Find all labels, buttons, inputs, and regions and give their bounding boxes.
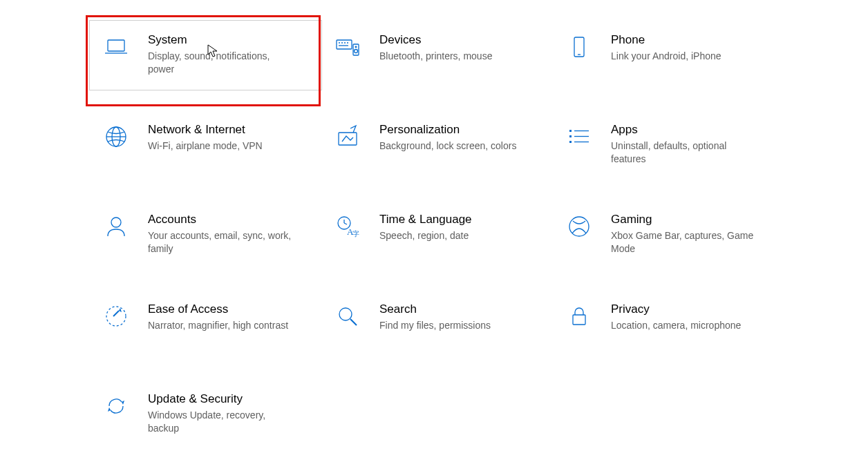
svg-rect-34: [573, 315, 585, 325]
tile-title: Privacy: [611, 302, 756, 316]
svg-rect-11: [574, 37, 584, 57]
tile-phone[interactable]: Phone Link your Android, iPhone: [553, 21, 784, 90]
tile-title: Devices: [379, 33, 525, 47]
tile-title: Update & Security: [148, 392, 293, 406]
phone-icon: [565, 33, 593, 61]
tile-desc: Find my files, permissions: [379, 319, 525, 332]
tile-title: Search: [379, 302, 525, 316]
svg-line-26: [344, 223, 347, 224]
person-icon: [102, 213, 130, 240]
lock-icon: [565, 302, 593, 330]
svg-point-32: [339, 308, 352, 320]
tile-title: Network & Internet: [148, 123, 293, 137]
tile-accounts[interactable]: Accounts Your accounts, email, sync, wor…: [90, 200, 321, 269]
tile-update-security[interactable]: Update & Security Windows Update, recove…: [90, 380, 321, 449]
tile-desc: Location, camera, microphone: [611, 319, 756, 332]
svg-line-33: [350, 319, 357, 325]
svg-rect-21: [569, 141, 572, 143]
tile-desc: Bluetooth, printers, mouse: [379, 50, 525, 63]
paint-icon: [334, 123, 361, 151]
tile-desc: Narrator, magnifier, high contrast: [148, 319, 293, 332]
globe-icon: [102, 123, 130, 151]
svg-point-30: [106, 307, 126, 326]
tile-title: Phone: [611, 33, 756, 47]
tile-desc: Xbox Game Bar, captures, Game Mode: [611, 229, 756, 256]
search-icon: [334, 302, 361, 330]
settings-categories-grid: System Display, sound, notifications, po…: [90, 21, 815, 449]
tile-desc: Speech, region, date: [379, 229, 525, 242]
tile-title: System: [148, 33, 293, 47]
svg-point-9: [355, 50, 358, 53]
svg-marker-31: [119, 308, 122, 312]
tile-search[interactable]: Search Find my files, permissions: [321, 290, 553, 359]
tile-personalization[interactable]: Personalization Background, lock screen,…: [321, 110, 553, 180]
svg-text:字: 字: [352, 230, 359, 238]
tile-desc: Uninstall, defaults, optional features: [611, 139, 756, 166]
svg-rect-16: [339, 133, 357, 145]
tile-desc: Wi-Fi, airplane mode, VPN: [148, 139, 293, 153]
svg-point-10: [355, 46, 357, 48]
keyboard-speaker-icon: [334, 33, 361, 61]
svg-point-23: [111, 218, 121, 227]
tile-title: Time & Language: [379, 213, 525, 226]
tile-gaming[interactable]: Gaming Xbox Game Bar, captures, Game Mod…: [553, 200, 784, 269]
svg-marker-35: [122, 401, 124, 405]
tile-system[interactable]: System Display, sound, notifications, po…: [90, 21, 321, 90]
tile-desc: Display, sound, notifications, power: [148, 50, 293, 76]
xbox-icon: [565, 213, 593, 240]
tile-title: Personalization: [379, 123, 525, 137]
tile-title: Gaming: [611, 213, 756, 226]
clock-language-icon: A 字: [334, 213, 361, 240]
ease-of-access-icon: [102, 302, 130, 330]
tile-title: Apps: [611, 123, 756, 137]
svg-rect-19: [569, 135, 572, 137]
svg-rect-17: [569, 130, 572, 132]
tile-title: Accounts: [148, 213, 293, 226]
tile-time-language[interactable]: A 字 Time & Language Speech, region, date: [321, 200, 553, 269]
apps-list-icon: [565, 123, 593, 151]
svg-rect-2: [337, 40, 352, 49]
tile-desc: Windows Update, recovery, backup: [148, 409, 293, 435]
tile-apps[interactable]: Apps Uninstall, defaults, optional featu…: [553, 110, 784, 180]
tile-devices[interactable]: Devices Bluetooth, printers, mouse: [321, 21, 553, 90]
tile-ease-of-access[interactable]: Ease of Access Narrator, magnifier, high…: [90, 290, 321, 359]
svg-rect-0: [108, 40, 124, 51]
sync-icon: [102, 392, 130, 420]
tile-title: Ease of Access: [148, 302, 293, 316]
tile-network[interactable]: Network & Internet Wi-Fi, airplane mode,…: [90, 110, 321, 180]
tile-desc: Background, lock screen, colors: [379, 139, 525, 153]
tile-desc: Link your Android, iPhone: [611, 50, 756, 63]
laptop-icon: [102, 33, 130, 61]
tile-privacy[interactable]: Privacy Location, camera, microphone: [553, 290, 784, 359]
tile-desc: Your accounts, email, sync, work, family: [148, 229, 293, 256]
svg-marker-36: [108, 407, 111, 412]
